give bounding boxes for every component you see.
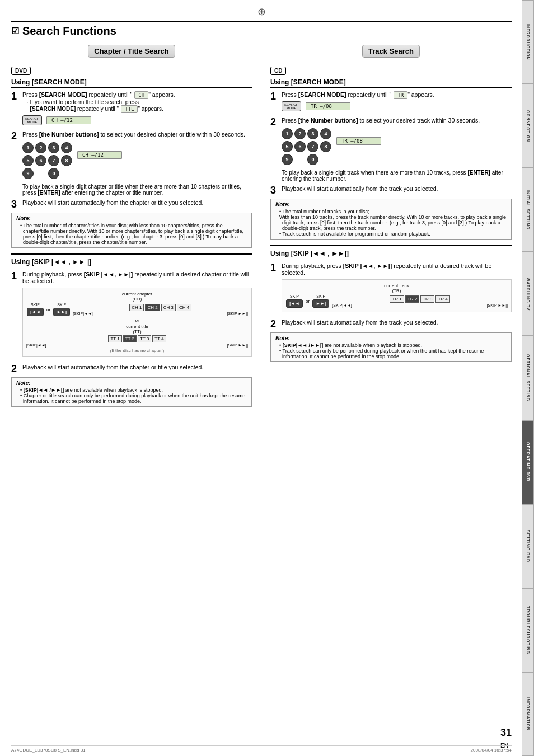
skip-buttons-left: SKIP |◄◄	[26, 303, 44, 317]
right-skip-fwd-btn[interactable]: ►►|	[312, 299, 329, 308]
right-num-btn-4[interactable]: 4	[320, 128, 331, 139]
right-track-table: TR 1 TR 2 TR 3 TR 4 [SKIP|◄◄] [SKIP ►►|]	[332, 295, 508, 307]
right-skip-step-1-content: During playback, press [SKIP |◄◄, ►►|] r…	[282, 262, 512, 316]
right-step-3-content: Playback will start automatically from t…	[282, 185, 512, 192]
left-skip-step-1-content: During playback, press [SKIP |◄◄, ►►|] r…	[22, 271, 252, 360]
side-tab-connection[interactable]: CONNECTION	[522, 84, 534, 168]
tr-screen-2: TR —/08	[336, 137, 381, 145]
right-skip-back-btn[interactable]: |◄◄	[286, 299, 303, 308]
num-btn-0[interactable]: 0	[48, 168, 59, 179]
left-skip-step-num-2: 2	[11, 364, 19, 374]
left-skip-note-1: • [SKIP|◄◄ /►►|] are not available when …	[23, 387, 247, 393]
right-step-num-2: 2	[270, 117, 278, 127]
num-btn-8[interactable]: 8	[61, 155, 72, 166]
step-2-content: Press [the Number buttons] to select you…	[22, 131, 252, 196]
ch4: CH 4	[177, 304, 191, 311]
current-title-label: current title(TT)	[26, 324, 248, 334]
right-step-1: 1 Press [SEARCH MODE] repeatedly until "…	[270, 91, 512, 114]
right-num-btn-6[interactable]: 6	[294, 141, 306, 152]
left-note-title: Note:	[16, 215, 247, 222]
right-skip-or: or	[306, 299, 310, 304]
side-tab-optional-setting[interactable]: OPTIONAL SETTING	[522, 336, 534, 420]
side-tab-operating-dvd[interactable]: OPERATING DVD	[522, 420, 534, 504]
right-note-title: Note:	[275, 201, 507, 208]
num-btn-7[interactable]: 7	[48, 155, 59, 166]
left-skip-step-2-content: Playback will start automatically from t…	[22, 364, 252, 370]
right-num-btn-2[interactable]: 2	[294, 128, 306, 139]
right-num-btn-5[interactable]: 5	[282, 141, 293, 152]
side-tab-initial-setting[interactable]: INITIAL SETTING	[522, 168, 534, 252]
right-skip-note-list: • [SKIP|◄◄ /►►|] are not available when …	[275, 342, 507, 359]
step-3-content: Playback will start automatically from t…	[22, 199, 252, 206]
num-btn-9[interactable]: 9	[22, 168, 34, 179]
num-btn-3[interactable]: 3	[48, 142, 59, 153]
right-num-btn-0[interactable]: 0	[307, 154, 318, 165]
ttl-screen: TTL	[121, 105, 138, 113]
right-num-btn-8[interactable]: 8	[320, 141, 331, 152]
left-skip-step-1: 1 During playback, press [SKIP |◄◄, ►►|]…	[11, 271, 252, 360]
skip-back-btn[interactable]: |◄◄	[27, 308, 44, 316]
left-search-mode-title: Using [SEARCH MODE]	[11, 78, 252, 88]
step-number-2: 2	[11, 131, 19, 141]
numpad-wrap: 1 2 3 4 5 6 7 8 9 0 CH —/12	[22, 140, 252, 181]
step-2-extra: To play back a single-digit chapter or t…	[22, 184, 252, 196]
left-skip-note-list: • [SKIP|◄◄ /►►|] are not available when …	[16, 387, 247, 404]
right-note-item-2: With less than 10 tracks, press the trac…	[282, 214, 507, 231]
cd-badge: CD	[270, 67, 286, 75]
num-btn-5[interactable]: 5	[22, 155, 34, 166]
num-btn-2[interactable]: 2	[35, 142, 46, 153]
tr-screen: TR	[394, 91, 407, 99]
side-tab-setting-dvd[interactable]: SETTING DVD	[522, 504, 534, 588]
right-skip-step-1: 1 During playback, press [SKIP |◄◄, ►►|]…	[270, 262, 512, 316]
right-column: Track Search CD Using [SEARCH MODE] 1 Pr…	[261, 45, 512, 410]
right-note-box: Note: • The total number of tracks in yo…	[270, 199, 512, 240]
right-step-num-1: 1	[270, 91, 278, 101]
right-step-2: 2 Press [the Number buttons] to select y…	[270, 117, 512, 182]
skip-fwd-btn[interactable]: ►►|	[53, 308, 70, 316]
side-tab-troubleshooting[interactable]: TROUBLESHOOTING	[522, 588, 534, 672]
tt3: TT 3	[138, 335, 151, 342]
right-current-track-label: current track(TR)	[285, 283, 508, 293]
left-note-item-1: • The total number of chapters/titles in…	[23, 223, 247, 245]
num-btn-6[interactable]: 6	[35, 155, 46, 166]
left-skip-step-num-1: 1	[11, 271, 19, 281]
right-step-1-content: Press [SEARCH MODE] repeatedly until "TR…	[282, 91, 512, 114]
side-tab-introduction[interactable]: INTRODUCTION	[522, 0, 534, 84]
side-tab-watching-tv[interactable]: WATCHING TV	[522, 252, 534, 336]
side-tab-information[interactable]: INFORMATION	[522, 672, 534, 756]
skip-right-label: [SKIP ►►|]	[227, 312, 248, 316]
right-num-btn-9[interactable]: 9	[282, 154, 293, 165]
left-column-header: Chapter / Title Search	[11, 45, 252, 62]
skip-left-label: [SKIP|◄◄]	[73, 312, 93, 316]
footer-right: 2008/04/04 16:37:54	[471, 748, 512, 753]
num-btn-4[interactable]: 4	[61, 142, 72, 153]
right-num-btn-7[interactable]: 7	[307, 141, 318, 152]
right-search-mode-button: SEARCH MODE	[282, 101, 301, 111]
right-num-btn-1[interactable]: 1	[282, 128, 293, 139]
skip-buttons-right: SKIP ►►|	[53, 303, 71, 317]
footer-left: A74GDUE_LD370SC8 S_EN.indd 31	[11, 748, 86, 753]
right-skip-step-num-1: 1	[270, 262, 278, 273]
left-note-box: Note: • The total number of chapters/tit…	[11, 213, 252, 248]
right-num-btn-3[interactable]: 3	[307, 128, 318, 139]
right-number-pad: 1 2 3 4 5 6 7 8 9 0	[282, 128, 332, 165]
ch-screen: CH	[134, 91, 148, 99]
step-number-3: 3	[11, 199, 19, 209]
or-label: or	[26, 318, 248, 323]
num-btn-1[interactable]: 1	[22, 142, 34, 153]
tr1: TR 1	[390, 295, 404, 303]
left-step-2: 2 Press [the Number buttons] to select y…	[11, 131, 252, 196]
right-skip-step-num-2: 2	[270, 319, 278, 329]
ch-display-screen: CH —/12	[46, 116, 91, 124]
right-skip-diagram: current track(TR) SKIP |◄◄ or SKIP ►►|	[282, 279, 512, 312]
right-skip-note-2: • Track search can only be performed dur…	[282, 348, 507, 359]
right-note-item-3: • Track search is not available for prog…	[282, 231, 507, 237]
tr4: TR 4	[435, 295, 449, 303]
track-search-header: Track Search	[362, 45, 420, 58]
left-skip-diagram: current chapter(CH) SKIP |◄◄ or SKIP ►►|	[22, 288, 252, 357]
left-skip-note-title: Note:	[16, 380, 247, 386]
right-note-item-1: • The total number of tracks in your dis…	[282, 209, 507, 214]
track-table-ch: CH 1 CH 2 CH 3 CH 4 [SKIP|◄◄] [SKIP ►►|]	[73, 304, 248, 316]
ch2: CH 2	[145, 304, 160, 311]
two-column-layout: Chapter / Title Search DVD Using [SEARCH…	[11, 45, 512, 410]
